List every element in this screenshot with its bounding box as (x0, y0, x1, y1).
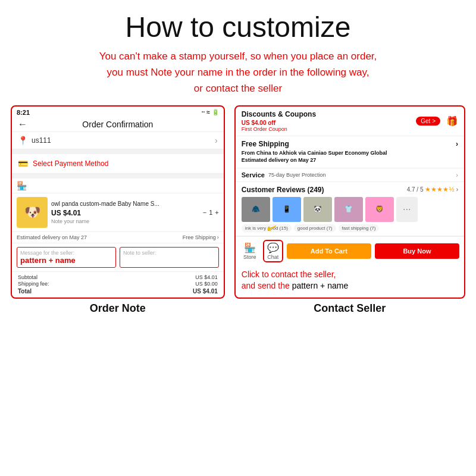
address-text: us111 (32, 136, 51, 145)
click-seller-annotation: Click to contact the seller, and send th… (236, 265, 464, 292)
battery-icon: 🔋 (212, 109, 219, 115)
totals-section: Subtotal US $4.01 Shipping fee: US $0.00… (12, 272, 224, 298)
wifi-icon: ≈ (206, 109, 210, 115)
page-wrapper: How to customize You can't make a stamp … (0, 0, 476, 315)
stars-icon: ★★★★½ (425, 186, 454, 193)
discount-title: Discounts & Coupons (242, 110, 316, 118)
rating-value: 4.7 / 5 (407, 186, 424, 193)
review-tag-3: fast shipping (7) (339, 224, 380, 232)
payment-icon: 💳 (18, 159, 28, 168)
right-panel: Discounts & Coupons US $4.00 off First O… (234, 105, 465, 299)
panels-container: 8:21 ·· ≈ 🔋 ← Order Confirmation 📍 us111… (0, 105, 476, 299)
get-coupon-button[interactable]: Get > (416, 117, 440, 126)
signal-icon: ·· (202, 109, 205, 115)
subtitle: You can't make a stamp yourself, so when… (0, 48, 476, 97)
pattern-name-annotation: pattern + name (292, 281, 349, 290)
store-icon: 🏪 (17, 181, 27, 190)
store-icon: 🏪 (244, 242, 256, 253)
shipping-title: Free Shipping › (242, 140, 458, 148)
subtitle-line1: You can't make a stamp yourself, so when… (18, 48, 458, 64)
service-chevron: › (456, 171, 458, 178)
reviews-chevron: › (456, 186, 458, 193)
qty-minus[interactable]: − (203, 209, 206, 216)
shipping-chevron: › (217, 234, 219, 240)
note-label: Note your name (51, 218, 199, 224)
left-panel-label: Order Note (11, 302, 225, 315)
product-price: US $4.01 (51, 209, 199, 217)
review-thumbnails: 🧥 📱 🐼 👕 🦁 ··· (242, 197, 458, 222)
service-value: 75-day Buyer Protection (268, 172, 326, 178)
delivery-text: Estimated delivery on May 27 (17, 234, 87, 240)
message-seller-box[interactable]: Message for the seller: pattern + name (17, 247, 116, 268)
service-section: Service 75-day Buyer Protection › (236, 168, 464, 182)
total-row: Total US $4.01 (18, 288, 218, 295)
reviews-header: Customer Reviews (249) 4.7 / 5 ★★★★½ › (242, 186, 458, 194)
store-button[interactable]: 🏪 Store (240, 242, 259, 260)
click-line1: Click to contact the seller, (242, 269, 458, 281)
divider-2 (12, 174, 224, 178)
total-label: Total (18, 288, 32, 295)
chevron-icon: › (215, 136, 218, 145)
total-value: US $4.01 (193, 288, 218, 295)
add-to-cart-button[interactable]: Add To Cart (287, 243, 371, 259)
discount-section: Discounts & Coupons US $4.00 off First O… (236, 107, 464, 136)
review-thumb-3: 🐼 (303, 197, 332, 222)
service-label: Service (242, 171, 265, 178)
product-thumbnail: 🐶 (17, 197, 48, 228)
product-info: owl panda custom-made Baby Name S... US … (51, 200, 199, 224)
chat-button[interactable]: 💬 Chat (263, 240, 283, 262)
chat-label: Chat (267, 254, 278, 260)
location-icon: 📍 (18, 136, 28, 145)
review-tag-2: good product (7) (294, 224, 336, 232)
delivery-row: Estimated delivery on May 27 Free Shippi… (12, 232, 224, 243)
payment-label: Select Payment Method (33, 159, 108, 168)
shipping-fee-label: Shipping fee: (18, 281, 49, 287)
discount-right: Get > 🎁 (416, 115, 458, 127)
back-button[interactable]: ← (18, 119, 27, 130)
message-boxes: Message for the seller: pattern + name N… (12, 243, 224, 272)
and-send-text: and send the (242, 281, 292, 290)
subtitle-line2: you must Note your name in the order in … (18, 64, 458, 80)
discount-label: First Order Coupon (242, 126, 316, 132)
status-icons: ·· ≈ 🔋 (202, 109, 219, 115)
status-bar: 8:21 ·· ≈ 🔋 (12, 107, 224, 117)
review-thumb-more: ··· (396, 197, 418, 222)
shipping-detail-text: From China to Akhiok via Cainiao Super E… (242, 150, 387, 156)
shipping-details: From China to Akhiok via Cainiao Super E… (242, 149, 458, 164)
shipping-label: Free Shipping (183, 234, 216, 240)
chat-icon: 💬 (267, 242, 279, 253)
shipping-chevron-icon: › (456, 140, 458, 148)
divider-1 (12, 149, 224, 154)
review-thumb-5: 🦁 (365, 197, 394, 222)
review-thumb-4: 👕 (334, 197, 363, 222)
qty-control[interactable]: − 1 + (203, 209, 219, 216)
shipping-title-text: Free Shipping (242, 140, 289, 148)
subtotal-row: Subtotal US $4.01 (18, 274, 218, 280)
subtitle-line3: or contact the seller (18, 80, 458, 96)
right-panel-label: Contact Seller (234, 302, 465, 315)
reviews-title: Customer Reviews (249) (242, 186, 324, 194)
note-seller-box[interactable]: Note to seller: (120, 247, 219, 268)
shipping-fee-row: Shipping fee: US $0.00 (18, 281, 218, 287)
phone-header: ← Order Confirmation (12, 117, 224, 132)
shipping-info: Free Shipping › (183, 234, 219, 240)
address-row[interactable]: 📍 us111 › (12, 132, 224, 149)
qty-value: 1 (209, 209, 212, 216)
buy-now-button[interactable]: Buy Now (375, 243, 459, 259)
discount-info: Discounts & Coupons US $4.00 off First O… (242, 110, 316, 132)
click-line2: and send the pattern + name (242, 280, 458, 292)
msg-seller-label: Message for the seller: (20, 250, 112, 256)
product-name: owl panda custom-made Baby Name S... (51, 200, 199, 208)
qty-plus[interactable]: + (215, 209, 218, 216)
bottom-bar: ↙ 🏪 Store 💬 Chat Add To Cart Buy Now (236, 236, 464, 265)
shipping-fee-value: US $0.00 (195, 281, 218, 287)
discount-offer: US $4.00 off (242, 120, 316, 126)
payment-row[interactable]: 💳 Select Payment Method (12, 154, 224, 174)
store-icon-row: 🏪 (12, 178, 224, 193)
reviews-rating: 4.7 / 5 ★★★★½ › (407, 186, 458, 193)
store-label: Store (243, 254, 256, 260)
product-emoji: 🐶 (24, 205, 40, 220)
page-title: How to customize (0, 0, 476, 48)
status-time: 8:21 (17, 109, 30, 116)
header-title: Order Confirmation (82, 120, 153, 129)
